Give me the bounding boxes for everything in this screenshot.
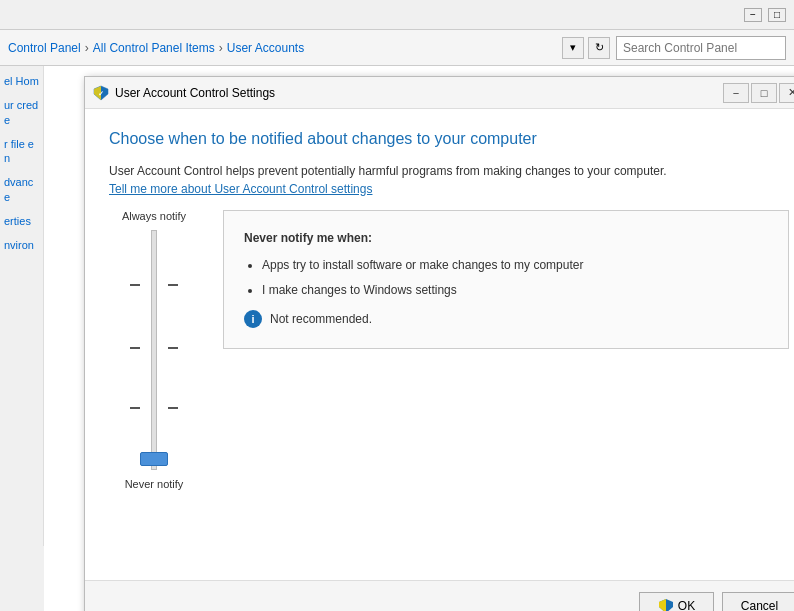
breadcrumb: Control Panel › All Control Panel Items … — [8, 41, 556, 55]
dialog-content: Choose when to be notified about changes… — [85, 109, 794, 580]
dialog-minimize-button[interactable]: − — [723, 83, 749, 103]
not-recommended: i Not recommended. — [244, 310, 768, 328]
dialog-link[interactable]: Tell me more about User Account Control … — [109, 182, 372, 196]
slider-label-bottom: Never notify — [125, 478, 184, 490]
dialog-close-button[interactable]: ✕ — [779, 83, 794, 103]
breadcrumb-link-2[interactable]: All Control Panel Items — [93, 41, 215, 55]
tick-line-right-1 — [168, 284, 178, 286]
slider-area: Always notify — [109, 210, 789, 564]
minimize-button-top[interactable]: − — [744, 8, 762, 22]
tick-line-right-3 — [168, 407, 178, 409]
info-box-title: Never notify me when: — [244, 231, 768, 245]
window-controls-top: − □ — [744, 8, 786, 22]
tick-line-left-3 — [130, 407, 140, 409]
dialog-title-text: User Account Control Settings — [115, 86, 717, 100]
breadcrumb-link-1[interactable]: Control Panel — [8, 41, 81, 55]
not-recommended-text: Not recommended. — [270, 312, 372, 326]
sidebar: el Hom ur crede r file en dvance erties … — [0, 66, 44, 546]
uac-shield-icon: ✓ — [93, 85, 109, 101]
dialog-description: User Account Control helps prevent poten… — [109, 162, 789, 198]
dialog-maximize-button[interactable]: □ — [751, 83, 777, 103]
maximize-button-top[interactable]: □ — [768, 8, 786, 22]
ok-shield-icon — [658, 598, 674, 612]
address-bar: Control Panel › All Control Panel Items … — [0, 30, 794, 66]
search-input[interactable] — [616, 36, 786, 60]
slider-track — [151, 230, 157, 470]
dialog-footer: OK Cancel — [85, 580, 794, 611]
cancel-button[interactable]: Cancel — [722, 592, 794, 612]
window-topbar: − □ — [0, 0, 794, 30]
sidebar-item-6[interactable]: nviron — [4, 238, 39, 252]
cancel-label: Cancel — [741, 599, 778, 612]
sidebar-item-1[interactable]: el Hom — [4, 74, 39, 88]
breadcrumb-link-3[interactable]: User Accounts — [227, 41, 304, 55]
slider-label-top: Always notify — [122, 210, 186, 222]
sidebar-item-3[interactable]: r file en — [4, 137, 39, 166]
sidebar-item-5[interactable]: erties — [4, 214, 39, 228]
sidebar-item-4[interactable]: dvance — [4, 175, 39, 204]
refresh-button[interactable]: ↻ — [588, 37, 610, 59]
dropdown-button[interactable]: ▾ — [562, 37, 584, 59]
info-box: Never notify me when: Apps try to instal… — [223, 210, 789, 350]
ok-label: OK — [678, 599, 695, 612]
slider-column: Always notify — [109, 210, 199, 490]
breadcrumb-sep-1: › — [85, 41, 89, 55]
tick-line-right-2 — [168, 347, 178, 349]
slider-track-container[interactable] — [139, 230, 169, 470]
breadcrumb-sep-2: › — [219, 41, 223, 55]
uac-dialog: ✓ User Account Control Settings − □ ✕ Ch… — [84, 76, 794, 611]
dialog-win-controls: − □ ✕ — [723, 83, 794, 103]
svg-text:✓: ✓ — [98, 90, 104, 97]
dialog-titlebar: ✓ User Account Control Settings − □ ✕ — [85, 77, 794, 109]
info-box-item-1: Apps try to install software or make cha… — [262, 257, 768, 274]
slider-thumb[interactable] — [140, 452, 168, 466]
dialog-description-text: User Account Control helps prevent poten… — [109, 164, 667, 178]
svg-marker-4 — [659, 599, 666, 612]
tick-line-left-1 — [130, 284, 140, 286]
address-actions: ▾ ↻ — [562, 37, 610, 59]
info-box-item-2: I make changes to Windows settings — [262, 282, 768, 299]
info-warning-icon: i — [244, 310, 262, 328]
ok-button[interactable]: OK — [639, 592, 714, 612]
dialog-heading: Choose when to be notified about changes… — [109, 129, 789, 150]
info-box-list: Apps try to install software or make cha… — [244, 257, 768, 299]
sidebar-item-2[interactable]: ur crede — [4, 98, 39, 127]
main-area: ✓ User Account Control Settings − □ ✕ Ch… — [44, 66, 794, 611]
tick-line-left-2 — [130, 347, 140, 349]
